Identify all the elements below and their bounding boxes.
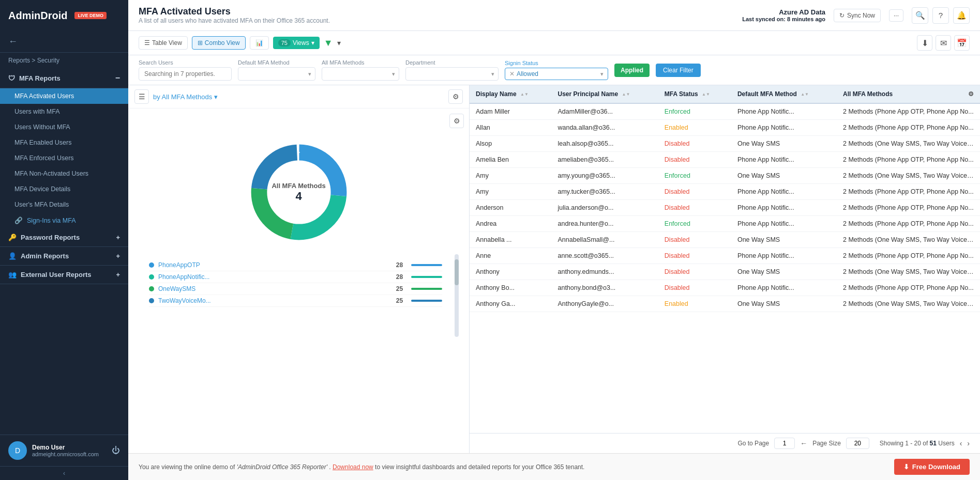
chart-scroll-thumb[interactable]	[455, 259, 459, 285]
clear-filter-button[interactable]: Clear Filter	[656, 64, 701, 77]
external-reports-header[interactable]: 👥 External User Reports +	[0, 266, 128, 284]
sidebar-item-users-without-mfa[interactable]: Users Without MFA	[0, 119, 128, 135]
mfa-reports-header[interactable]: 🛡 MFA Reports −	[0, 68, 128, 88]
cell-status: Disabled	[658, 184, 731, 200]
sidebar-item-users-mfa-details[interactable]: User's MFA Details	[0, 197, 128, 212]
sort-icon-name[interactable]: ▲▼	[520, 92, 529, 97]
default-mfa-select[interactable]	[238, 67, 315, 81]
cell-display-name: Amy	[470, 184, 551, 200]
admin-reports-header[interactable]: 👤 Admin Reports +	[0, 247, 128, 266]
filter-button[interactable]: ▼	[324, 38, 333, 49]
prev-page-button[interactable]: ←	[800, 439, 807, 447]
filter-dropdown-button[interactable]: ▾	[337, 39, 341, 47]
table-config-button[interactable]: ⚙	[968, 90, 974, 98]
cell-all-methods: 2 Methods (One Way SMS, Two Way Voice ..…	[837, 136, 980, 152]
expand-icon[interactable]: +	[116, 234, 120, 241]
signin-tag-remove[interactable]: ✕	[509, 70, 515, 78]
page-size-input[interactable]	[846, 438, 869, 449]
sidebar-item-label: Users with MFA	[14, 108, 60, 115]
cell-upn: leah.alsop@o365...	[551, 136, 658, 152]
sidebar-item-mfa-enabled-users[interactable]: MFA Enabled Users	[0, 135, 128, 150]
legend-name-1[interactable]: PhoneAppOTP	[158, 261, 200, 269]
expand-icon2[interactable]: +	[116, 252, 120, 260]
legend-name-3[interactable]: OneWaySMS	[158, 285, 195, 292]
password-reports-label: Password Reports	[21, 234, 80, 241]
cell-display-name: Amelia Ben	[470, 152, 551, 168]
list-view-button[interactable]: ☰	[134, 89, 149, 104]
chart-settings-button[interactable]: ⚙	[448, 89, 463, 104]
more-options-button[interactable]: ···	[889, 9, 903, 22]
sidebar-collapse-toggle[interactable]: ‹	[0, 466, 128, 480]
chart-gear-button[interactable]: ⚙	[449, 114, 464, 128]
sidebar-item-mfa-enforced-users[interactable]: MFA Enforced Users	[0, 150, 128, 166]
cell-default-method: Phone App Notific...	[731, 216, 837, 232]
table-body: Adam Miller AdamMiller@o36... Enforced P…	[470, 103, 980, 312]
sidebar-item-mfa-device-details[interactable]: MFA Device Details	[0, 181, 128, 197]
sidebar-item-users-with-mfa[interactable]: Users with MFA	[0, 104, 128, 119]
chevron-down-icon: ▾	[311, 39, 314, 47]
prev-page-arrow[interactable]: ‹	[960, 439, 962, 447]
signin-status-label: Signin Status	[505, 60, 608, 66]
sidebar-item-label: MFA Device Details	[14, 185, 70, 193]
table-row: Anthony anthony.edmunds... Disabled One …	[470, 264, 980, 280]
cell-upn: amy.tucker@o365...	[551, 184, 658, 200]
user-avatar: D	[8, 441, 27, 460]
sidebar-item-mfa-activated-users[interactable]: MFA Activated Users	[0, 88, 128, 104]
back-button[interactable]: ←	[8, 36, 18, 47]
chart-method-selector[interactable]: by All MFA Methods ▾	[153, 93, 218, 101]
download-now-link[interactable]: Download now	[333, 463, 373, 471]
sidebar-item-sign-ins-mfa[interactable]: 🔗 Sign-Ins via MFA	[0, 212, 128, 228]
power-button[interactable]: ⏻	[112, 446, 120, 455]
sort-icon-status[interactable]: ▲▼	[702, 92, 710, 97]
chart-scrollbar[interactable]	[455, 254, 459, 337]
donut-center-title: All MFA Methods	[272, 182, 325, 190]
filter-row: Search Users Default MFA Method All MFA …	[128, 55, 980, 85]
views-button[interactable]: 75 Views ▾	[273, 37, 320, 49]
combo-view-button[interactable]: ⊞ Combo View	[192, 36, 246, 50]
table-row: Anderson julia.anderson@o... Disabled Ph…	[470, 200, 980, 216]
donut-label: All MFA Methods 4	[272, 182, 325, 203]
signin-status-tag[interactable]: ✕ Allowed ▾	[505, 68, 608, 80]
default-mfa-label: Default MFA Method	[238, 59, 315, 66]
applied-button[interactable]: Applied	[614, 64, 650, 77]
legend-name-4[interactable]: TwoWayVoiceMo...	[158, 297, 211, 304]
collapse-icon[interactable]: −	[115, 73, 120, 83]
chart-panel: ☰ by All MFA Methods ▾ ⚙ ⚙	[128, 85, 470, 453]
legend-name-2[interactable]: PhoneAppNotific...	[158, 273, 209, 281]
combo-icon: ⊞	[198, 39, 203, 47]
sidebar-item-mfa-non-activated[interactable]: MFA Non-Activated Users	[0, 166, 128, 181]
chart-view-button[interactable]: 📊	[250, 36, 269, 50]
expand-icon3[interactable]: +	[116, 271, 120, 278]
signin-chevron-icon[interactable]: ▾	[600, 71, 604, 78]
cell-status: Enforced	[658, 168, 731, 184]
sort-icon-upn[interactable]: ▲▼	[622, 92, 630, 97]
cell-upn: wanda.allan@o36...	[551, 120, 658, 136]
search-filter-group: Search Users	[139, 59, 232, 81]
cell-status: Disabled	[658, 264, 731, 280]
page-number-input[interactable]	[774, 438, 795, 449]
download-button[interactable]: ⬇	[917, 35, 932, 51]
search-input[interactable]	[139, 67, 232, 81]
department-select[interactable]	[405, 67, 499, 81]
schedule-button[interactable]: 📅	[954, 35, 970, 51]
chevron-down-icon: ▾	[214, 93, 218, 101]
notifications-button[interactable]: 🔔	[953, 7, 970, 24]
cell-default-method: One Way SMS	[731, 232, 837, 248]
sort-icon-method[interactable]: ▲▼	[801, 92, 809, 97]
sidebar-logo: AdminDroid LIVE DEMO	[0, 0, 128, 31]
email-button[interactable]: ✉	[936, 35, 951, 51]
sync-now-button[interactable]: ↻ Sync Now	[834, 9, 881, 22]
legend-count-2: 28	[387, 273, 403, 281]
cell-upn: anne.scott@o365...	[551, 248, 658, 264]
all-mfa-select[interactable]	[322, 67, 399, 81]
live-demo-badge: LIVE DEMO	[74, 12, 107, 19]
cell-upn: AnthonyGayle@o...	[551, 296, 658, 312]
sidebar-item-label: User's MFA Details	[14, 201, 69, 208]
help-button[interactable]: ?	[932, 7, 949, 24]
free-download-button[interactable]: ⬇ Free Download	[894, 459, 970, 475]
next-page-arrow[interactable]: ›	[967, 439, 970, 447]
table-view-button[interactable]: ☰ Table View	[139, 36, 188, 50]
password-reports-header[interactable]: 🔑 Password Reports +	[0, 228, 128, 247]
search-topbar-button[interactable]: 🔍	[912, 7, 928, 24]
user-info: Demo User admeight.onmicrosoft.com	[32, 444, 107, 457]
